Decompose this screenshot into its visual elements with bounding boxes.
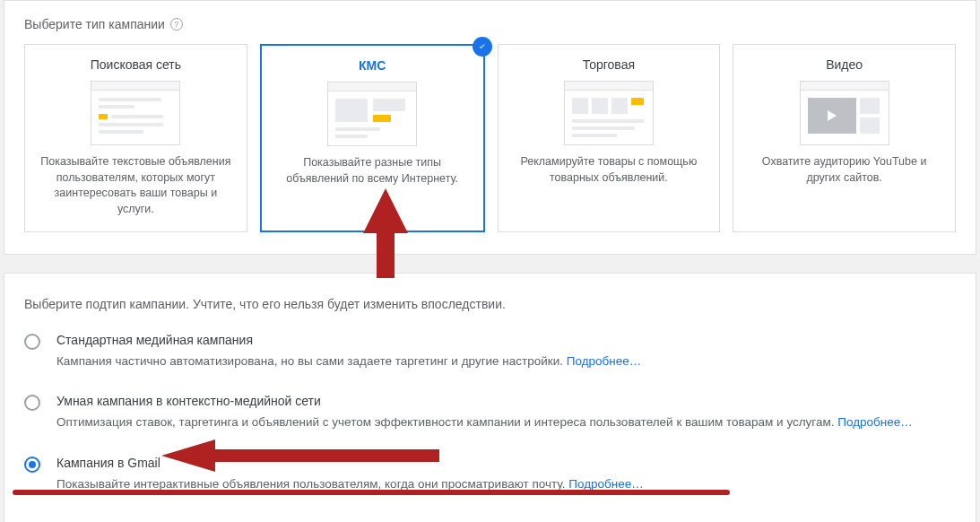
- card-title: Видео: [742, 57, 946, 72]
- section-title: Выберите тип кампании: [24, 17, 165, 31]
- card-title: Поисковая сеть: [34, 57, 238, 72]
- campaign-type-card-shopping[interactable]: Торговая Рекламируйте товары с помощью т…: [498, 44, 721, 232]
- subtype-desc: Кампания частично автоматизирована, но в…: [56, 352, 956, 370]
- campaign-type-row: Поисковая сеть Показывайте текстовые объ…: [24, 44, 956, 232]
- radio-icon[interactable]: [24, 395, 40, 411]
- card-desc: Рекламируйте товары с помощью товарных о…: [507, 154, 711, 186]
- subtype-option-gmail[interactable]: Кампания в Gmail Показывайте интерактивн…: [24, 456, 956, 493]
- subtype-desc-text: Кампания частично автоматизирована, но в…: [56, 354, 563, 368]
- subtype-texts: Кампания в Gmail Показывайте интерактивн…: [56, 456, 956, 493]
- campaign-type-card-search[interactable]: Поисковая сеть Показывайте текстовые объ…: [24, 44, 247, 232]
- learn-more-link[interactable]: Подробнее…: [567, 354, 642, 368]
- help-icon[interactable]: ?: [170, 18, 183, 30]
- subtype-title: Умная кампания в контекстно-медийной сет…: [56, 394, 956, 408]
- learn-more-link[interactable]: Подробнее…: [568, 477, 644, 491]
- subtype-intro: Выберите подтип кампании. Учтите, что ег…: [24, 297, 956, 311]
- campaign-type-panel: Выберите тип кампании ? Поисковая сеть П…: [4, 0, 976, 255]
- radio-icon[interactable]: [24, 457, 40, 473]
- card-title: Торговая: [507, 57, 711, 72]
- card-title: КМС: [271, 58, 474, 73]
- shopping-ad-icon: [564, 81, 654, 145]
- video-ad-icon: [800, 81, 889, 145]
- subtype-desc: Оптимизация ставок, таргетинга и объявле…: [56, 413, 956, 431]
- subtype-title: Кампания в Gmail: [56, 456, 956, 470]
- card-desc: Охватите аудиторию YouTube и других сайт…: [742, 154, 946, 186]
- campaign-type-card-display[interactable]: КМС Показывайте разные типы объявлений п…: [260, 44, 485, 232]
- selected-check-icon: [473, 37, 492, 57]
- card-desc: Показывайте текстовые объявления пользов…: [34, 154, 238, 217]
- subtype-title: Стандартная медийная кампания: [56, 333, 956, 347]
- section-title-row: Выберите тип кампании ?: [24, 17, 956, 31]
- subtype-desc-text: Оптимизация ставок, таргетинга и объявле…: [56, 415, 835, 429]
- subtype-option-smart-display[interactable]: Умная кампания в контекстно-медийной сет…: [24, 394, 956, 431]
- search-ad-icon: [91, 81, 180, 145]
- radio-icon[interactable]: [24, 334, 40, 350]
- campaign-type-card-video[interactable]: Видео Охватите аудиторию YouTube и други…: [733, 44, 956, 232]
- campaign-subtype-panel: Выберите подтип кампании. Учтите, что ег…: [4, 273, 976, 522]
- card-desc: Показывайте разные типы объявлений по вс…: [271, 155, 474, 187]
- learn-more-link[interactable]: Подробнее…: [837, 415, 913, 429]
- subtype-texts: Умная кампания в контекстно-медийной сет…: [56, 394, 956, 431]
- subtype-desc-text: Показывайте интерактивные объявления пол…: [56, 477, 565, 491]
- subtype-option-standard-display[interactable]: Стандартная медийная кампания Кампания ч…: [24, 333, 956, 370]
- subtype-texts: Стандартная медийная кампания Кампания ч…: [56, 333, 956, 370]
- display-ad-icon: [327, 82, 417, 146]
- subtype-desc: Показывайте интерактивные объявления пол…: [56, 475, 956, 493]
